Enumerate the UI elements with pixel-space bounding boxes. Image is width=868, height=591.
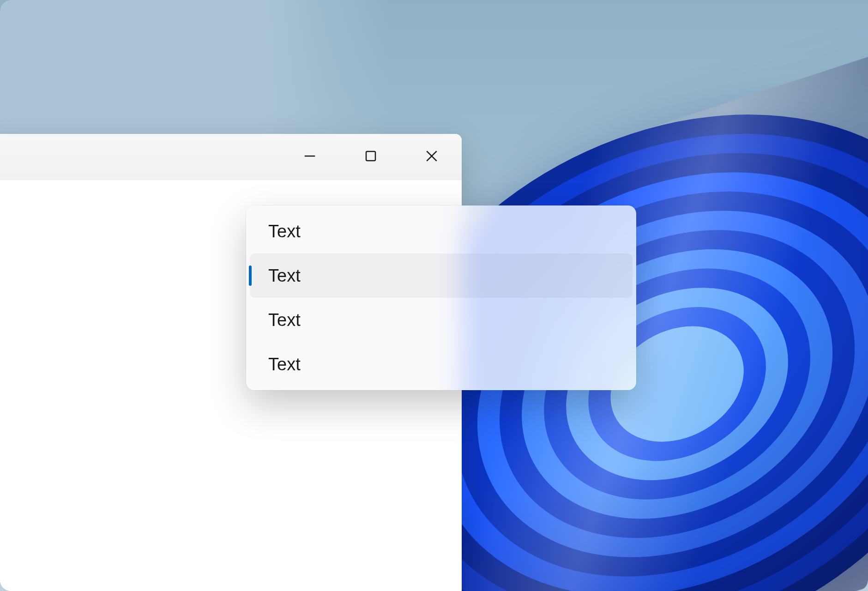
flyout-item-label: Text	[268, 222, 301, 241]
svg-rect-1	[366, 151, 375, 161]
flyout-item-label: Text	[268, 355, 301, 374]
flyout-item-label: Text	[268, 310, 301, 330]
maximize-icon	[364, 149, 378, 165]
minimize-button[interactable]	[299, 146, 320, 168]
flyout-item-0[interactable]: Text	[250, 209, 633, 253]
flyout-item-2[interactable]: Text	[250, 298, 633, 342]
close-icon	[424, 149, 439, 165]
maximize-button[interactable]	[360, 146, 381, 168]
minimize-icon	[303, 149, 317, 165]
flyout-menu: Text Text Text Text	[246, 205, 636, 390]
close-button[interactable]	[421, 146, 442, 168]
flyout-item-1[interactable]: Text	[250, 253, 633, 298]
flyout-item-3[interactable]: Text	[250, 342, 633, 386]
flyout-item-label: Text	[268, 266, 301, 286]
titlebar	[0, 134, 462, 180]
